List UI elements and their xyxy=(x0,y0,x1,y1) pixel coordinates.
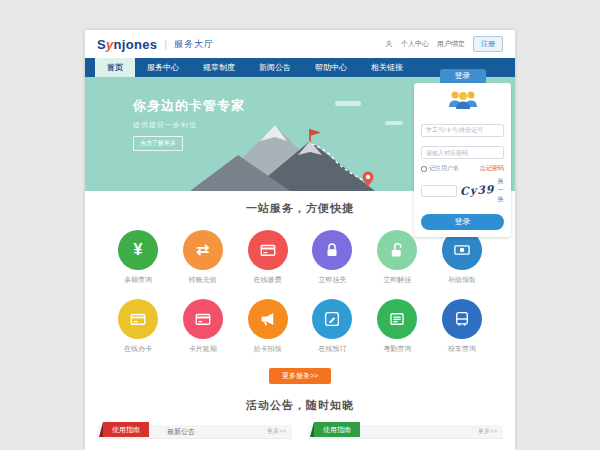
site-name: 服务大厅 xyxy=(174,38,214,51)
brand-logo[interactable]: Synjones xyxy=(97,37,157,52)
hero-banner: 你身边的卡管专家 提供捷径一步到位 点击了解更多 登录 xyxy=(85,77,515,191)
person-icon xyxy=(385,40,393,48)
announcement-panels: 使用指南 最新公告 更多>> 使用指南 更多>> xyxy=(97,425,503,450)
top-bar: Synjones | 服务大厅 个人中心 用户绑定 注册 xyxy=(85,30,515,58)
nav-item-regulations[interactable]: 规章制度 xyxy=(191,58,247,77)
services-row-2: 在线办卡 卡片延期 拾卡招领 在线预订 xyxy=(85,299,515,354)
login-submit-button[interactable]: 登录 xyxy=(421,214,504,230)
banknote-icon xyxy=(453,241,471,259)
forgot-password-link[interactable]: 忘记密码 xyxy=(480,164,504,173)
remember-label: 记住用户名 xyxy=(429,164,459,173)
service-online-booking[interactable]: 在线预订 xyxy=(305,299,359,354)
logo-divider: | xyxy=(164,38,167,50)
attendance-icon xyxy=(388,310,406,328)
nav-item-service-center[interactable]: 服务中心 xyxy=(135,58,191,77)
more-link-right[interactable]: 更多>> xyxy=(478,427,497,436)
cloud-decoration xyxy=(335,101,361,106)
service-lost-card-claim[interactable]: 拾卡招领 xyxy=(241,299,295,354)
login-options: 记住用户名 忘记密码 xyxy=(421,164,504,173)
service-card-renewal[interactable]: 卡片延期 xyxy=(176,299,230,354)
register-button[interactable]: 注册 xyxy=(473,36,503,52)
hero-title: 你身边的卡管专家 xyxy=(133,97,245,115)
bus-icon xyxy=(453,310,471,328)
nav-item-home[interactable]: 首页 xyxy=(95,58,135,77)
remember-checkbox[interactable] xyxy=(421,166,427,172)
captcha-input[interactable] xyxy=(421,185,457,197)
unlock-icon xyxy=(388,241,406,259)
megaphone-icon xyxy=(259,310,277,328)
captcha-image: Cy39 xyxy=(460,183,495,198)
panel-right: 使用指南 更多>> xyxy=(308,425,503,450)
lock-icon xyxy=(323,241,341,259)
password-input[interactable] xyxy=(421,146,504,159)
nav-item-news[interactable]: 新闻公告 xyxy=(247,58,303,77)
nav-item-links[interactable]: 相关链接 xyxy=(359,58,415,77)
users-group-icon xyxy=(421,90,504,114)
transfer-icon: ⇄ xyxy=(196,242,209,258)
username-input[interactable] xyxy=(421,124,504,137)
topbar-links: 个人中心 用户绑定 注册 xyxy=(385,36,503,52)
logo-accent: y xyxy=(106,37,114,52)
service-cancel-loss[interactable]: 立即解挂 xyxy=(370,230,424,285)
panel-right-body xyxy=(308,439,503,450)
more-link-left[interactable]: 更多>> xyxy=(267,427,286,436)
service-subsidy-collect[interactable]: 补助领取 xyxy=(435,230,489,285)
edit-icon xyxy=(323,310,341,328)
hero-subtitle: 提供捷径一步到位 xyxy=(133,120,245,130)
hero-copy: 你身边的卡管专家 提供捷径一步到位 点击了解更多 xyxy=(133,97,245,151)
announcements-section: 活动公告，随时知晓 使用指南 最新公告 更多>> 使用指南 更多>> xyxy=(85,384,515,450)
service-attendance-inquiry[interactable]: 考勤查询 xyxy=(370,299,424,354)
usage-guide-tab-right[interactable]: 使用指南 xyxy=(314,422,360,437)
panel-left-body xyxy=(97,439,292,450)
panel-right-header: 使用指南 更多>> xyxy=(308,425,503,439)
login-tab[interactable]: 登录 xyxy=(440,69,486,83)
panel-left-header: 使用指南 最新公告 更多>> xyxy=(97,425,292,439)
service-online-card-apply[interactable]: 在线办卡 xyxy=(111,299,165,354)
service-online-payment[interactable]: 在线缴费 xyxy=(241,230,295,285)
page: Synjones | 服务大厅 个人中心 用户绑定 注册 首页 服务中心 规章制… xyxy=(85,30,515,450)
user-binding-link[interactable]: 用户绑定 xyxy=(437,39,465,49)
card-renew-icon xyxy=(194,310,212,328)
service-report-loss[interactable]: 立即挂失 xyxy=(305,230,359,285)
bank-card-icon xyxy=(259,241,277,259)
captcha-row: Cy39 换一换 xyxy=(421,177,504,204)
service-balance-inquiry[interactable]: ¥ 余额查询 xyxy=(111,230,165,285)
yen-icon: ¥ xyxy=(134,242,143,258)
card-apply-icon xyxy=(129,310,147,328)
latest-news-tab[interactable]: 最新公告 xyxy=(167,427,195,437)
personal-center-link[interactable]: 个人中心 xyxy=(401,39,429,49)
service-school-bus-inquiry[interactable]: 校车查询 xyxy=(435,299,489,354)
login-form: 记住用户名 忘记密码 Cy39 换一换 登录 xyxy=(414,83,511,237)
nav-item-help-center[interactable]: 帮助中心 xyxy=(303,58,359,77)
login-panel: 登录 记住用户名 忘记密码 Cy3 xyxy=(414,69,511,237)
services-row-1: ¥ 余额查询 ⇄ 转账充值 在线缴费 立即挂失 xyxy=(85,230,515,285)
service-transfer-recharge[interactable]: ⇄ 转账充值 xyxy=(176,230,230,285)
captcha-refresh-link[interactable]: 换一换 xyxy=(497,177,504,204)
announcements-title: 活动公告，随时知晓 xyxy=(97,398,503,413)
usage-guide-tab[interactable]: 使用指南 xyxy=(103,422,149,437)
hero-cta-button[interactable]: 点击了解更多 xyxy=(133,136,183,151)
more-services-button[interactable]: 更多服务>> xyxy=(269,368,331,384)
panel-left: 使用指南 最新公告 更多>> xyxy=(97,425,292,450)
